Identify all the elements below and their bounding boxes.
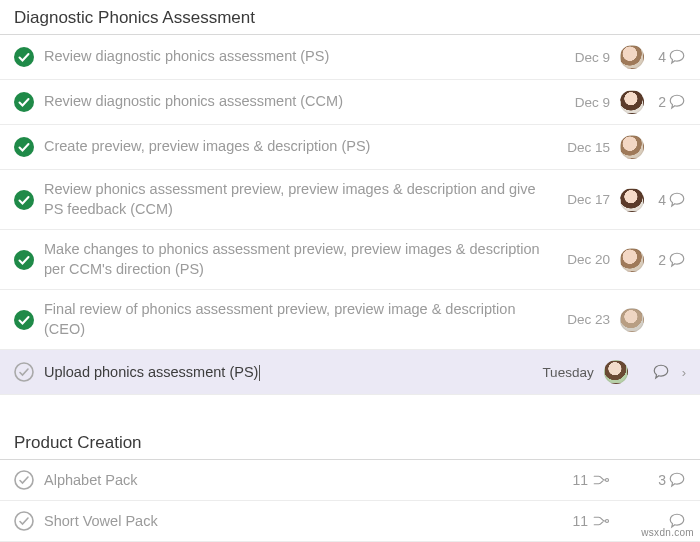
subtasks-indicator[interactable]: 11 <box>572 472 610 488</box>
check-complete-icon[interactable] <box>14 92 34 112</box>
check-complete-icon[interactable] <box>14 310 34 330</box>
task-label: Review diagnostic phonics assessment (CC… <box>44 92 565 112</box>
check-open-icon[interactable] <box>14 362 34 382</box>
check-complete-icon[interactable] <box>14 190 34 210</box>
task-date: Dec 17 <box>567 192 610 207</box>
task-row[interactable]: Make changes to phonics assessment previ… <box>0 230 700 290</box>
avatar[interactable] <box>604 360 628 384</box>
svg-point-9 <box>15 512 33 530</box>
task-row[interactable]: Review diagnostic phonics assessment (PS… <box>0 35 700 80</box>
section-header-phonics: Diagnostic Phonics Assessment <box>0 0 700 35</box>
task-label: Upload phonics assessment (PS) <box>44 363 532 383</box>
comments-button[interactable]: 4 <box>654 191 686 209</box>
task-row[interactable]: Create preview, preview images & descrip… <box>0 125 700 170</box>
section-header-product: Product Creation <box>0 425 700 460</box>
comment-icon <box>668 251 686 269</box>
comment-icon <box>668 191 686 209</box>
comments-button[interactable] <box>638 363 670 381</box>
text-cursor <box>259 365 260 381</box>
svg-point-5 <box>14 310 34 330</box>
task-label: Final review of phonics assessment previ… <box>44 300 557 339</box>
avatar[interactable] <box>620 308 644 332</box>
task-label: Alphabet Pack <box>44 471 540 491</box>
task-row[interactable]: Review diagnostic phonics assessment (CC… <box>0 80 700 125</box>
svg-point-2 <box>14 137 34 157</box>
subtask-icon <box>592 513 610 529</box>
task-row[interactable]: Review phonics assessment preview, previ… <box>0 170 700 230</box>
check-open-icon[interactable] <box>14 511 34 531</box>
task-label: Review diagnostic phonics assessment (PS… <box>44 47 565 67</box>
check-open-icon[interactable] <box>14 470 34 490</box>
task-date: Dec 9 <box>575 95 610 110</box>
task-label: Short Vowel Pack <box>44 512 540 532</box>
comment-icon <box>668 471 686 489</box>
task-label: Create preview, preview images & descrip… <box>44 137 557 157</box>
check-complete-icon[interactable] <box>14 47 34 67</box>
comments-button[interactable]: 2 <box>654 251 686 269</box>
task-row[interactable]: Alphabet Pack 11 3 <box>0 460 700 501</box>
comments-button[interactable]: 4 <box>654 48 686 66</box>
svg-point-6 <box>15 363 33 381</box>
comment-icon <box>652 363 670 381</box>
task-date: Dec 23 <box>567 312 610 327</box>
subtask-icon <box>592 472 610 488</box>
comments-button[interactable]: 2 <box>654 93 686 111</box>
avatar[interactable] <box>620 90 644 114</box>
task-row[interactable]: Short Vowel Pack 11 <box>0 501 700 542</box>
task-date: Dec 9 <box>575 50 610 65</box>
task-date: Tuesday <box>542 365 593 380</box>
task-label: Make changes to phonics assessment previ… <box>44 240 557 279</box>
task-date: Dec 15 <box>567 140 610 155</box>
subtasks-indicator[interactable]: 11 <box>572 513 610 529</box>
task-label: Review phonics assessment preview, previ… <box>44 180 557 219</box>
avatar[interactable] <box>620 135 644 159</box>
chevron-right-icon[interactable]: › <box>680 365 686 380</box>
svg-point-3 <box>14 190 34 210</box>
svg-point-8 <box>606 479 609 482</box>
comments-button[interactable]: 3 <box>654 471 686 489</box>
svg-point-1 <box>14 92 34 112</box>
svg-point-7 <box>15 471 33 489</box>
task-row-selected[interactable]: Upload phonics assessment (PS) Tuesday › <box>0 350 700 395</box>
avatar[interactable] <box>620 45 644 69</box>
svg-point-0 <box>14 47 34 67</box>
comment-icon <box>668 48 686 66</box>
task-date: Dec 20 <box>567 252 610 267</box>
svg-point-10 <box>606 520 609 523</box>
check-complete-icon[interactable] <box>14 137 34 157</box>
svg-point-4 <box>14 250 34 270</box>
comment-icon <box>668 93 686 111</box>
avatar[interactable] <box>620 248 644 272</box>
avatar[interactable] <box>620 188 644 212</box>
task-row[interactable]: Final review of phonics assessment previ… <box>0 290 700 350</box>
check-complete-icon[interactable] <box>14 250 34 270</box>
watermark: wsxdn.com <box>641 527 694 538</box>
